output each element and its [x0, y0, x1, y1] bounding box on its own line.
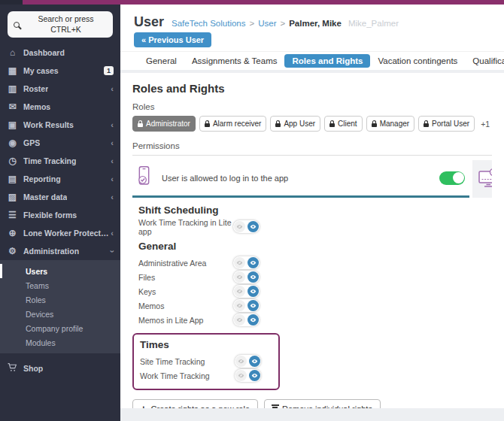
- app-login-toggle[interactable]: [439, 171, 465, 185]
- role-button-administrator[interactable]: Administrator: [132, 116, 196, 132]
- sidebar-item-label: Dashboard: [23, 48, 65, 57]
- gears-icon: ⚙: [7, 246, 18, 256]
- eye-off-icon[interactable]: [235, 370, 247, 381]
- monitor-check-icon: [478, 168, 492, 191]
- visibility-toggle[interactable]: [233, 271, 260, 283]
- role-button-client[interactable]: Client: [324, 116, 363, 132]
- breadcrumb-separator: >: [249, 19, 254, 28]
- submenu-item-devices[interactable]: Devices: [0, 307, 120, 321]
- sidebar-item-administration[interactable]: ⚙ Administration ‹: [0, 242, 120, 260]
- sidebar-item-my-cases[interactable]: ▦ My cases 1: [0, 62, 120, 80]
- permission-row-label: Memos: [138, 301, 233, 310]
- sidebar-item-work-results[interactable]: ▣ Work Results ‹: [0, 116, 120, 134]
- chevron-icon: ‹: [111, 121, 114, 129]
- eye-icon[interactable]: [249, 370, 260, 381]
- permission-row-label: Work Time Tracking in Lite app: [138, 218, 233, 236]
- section-general: General Administrative Area Files: [138, 241, 492, 327]
- breadcrumb-username-muted: Mike_Palmer: [348, 19, 399, 28]
- tab-assignments-teams[interactable]: Assignments & Teams: [184, 54, 285, 68]
- chevron-icon: ‹: [108, 250, 117, 253]
- visibility-toggle[interactable]: [235, 369, 261, 382]
- monitor-icon: ▣: [7, 120, 18, 130]
- tab-general[interactable]: General: [138, 54, 184, 68]
- submenu-item-roles[interactable]: Roles: [0, 292, 120, 307]
- lock-icon: [138, 123, 143, 127]
- eye-off-icon[interactable]: [234, 300, 245, 311]
- envelope-icon: ✉: [7, 101, 18, 112]
- permission-row-label: Keys: [138, 287, 233, 296]
- web-login-permission-card[interactable]: U: [472, 160, 492, 198]
- eye-off-icon[interactable]: [234, 221, 245, 232]
- app-login-permission-card[interactable]: User is allowed to log in to the app: [132, 160, 469, 198]
- eye-off-icon[interactable]: [234, 314, 245, 326]
- sidebar-item-label: Memos: [23, 102, 50, 111]
- eye-off-icon[interactable]: [234, 257, 245, 268]
- visibility-toggle[interactable]: [233, 256, 260, 269]
- sidebar-item-shop[interactable]: Shop: [0, 359, 120, 377]
- tab-qualifications[interactable]: Qualifications: [465, 54, 504, 68]
- breadcrumb-current: Palmer, Mike: [289, 19, 342, 28]
- sidebar-item-memos[interactable]: ✉ Memos: [0, 98, 120, 116]
- sidebar-item-label: My cases: [23, 66, 59, 75]
- role-button-label: App User: [284, 120, 315, 128]
- tab-roles-and-rights[interactable]: Roles and Rights: [284, 54, 370, 68]
- eye-off-icon[interactable]: [234, 271, 245, 283]
- create-rights-role-button[interactable]: + Create rights as a new role: [132, 399, 258, 408]
- role-button-manager[interactable]: Manager: [366, 116, 414, 132]
- sidebar-item-reporting[interactable]: ▤ Reporting ‹: [0, 170, 120, 188]
- submenu-item-teams[interactable]: Teams: [0, 278, 120, 292]
- eye-icon[interactable]: [247, 300, 259, 311]
- tab-bar: GeneralAssignments & TeamsRoles and Righ…: [120, 51, 504, 70]
- visibility-toggle[interactable]: [233, 299, 260, 312]
- home-icon: ⌂: [7, 47, 18, 58]
- eye-icon[interactable]: [247, 257, 259, 268]
- role-button-portal-user[interactable]: Portal User: [418, 116, 475, 132]
- search-input[interactable]: Search or press CTRL+K: [8, 11, 113, 38]
- visibility-toggle[interactable]: [233, 313, 260, 326]
- chevron-icon: ‹: [111, 139, 114, 147]
- chevron-icon: ‹: [111, 85, 114, 93]
- sidebar-item-gps[interactable]: ◉ GPS ‹: [0, 134, 120, 152]
- permission-row: Site Time Tracking: [140, 354, 271, 368]
- eye-icon[interactable]: [247, 314, 259, 326]
- eye-icon[interactable]: [247, 286, 259, 297]
- sidebar-item-time-tracking[interactable]: ◷ Time Tracking ‹: [0, 152, 120, 170]
- role-button-label: Alarm receiver: [213, 120, 261, 128]
- submenu-item-company-profile[interactable]: Company profile: [0, 321, 120, 335]
- role-button-label: Manager: [380, 120, 409, 128]
- sidebar-item-lone-worker-protection[interactable]: ⊕ Lone Worker Protection ‹: [0, 224, 120, 242]
- sidebar-item-master-data[interactable]: ▨ Master data ‹: [0, 188, 120, 206]
- sidebar-item-flexible-forms[interactable]: ☰ Flexible forms: [0, 206, 120, 224]
- visibility-toggle[interactable]: [233, 285, 260, 298]
- role-button-alarm-receiver[interactable]: Alarm receiver: [199, 116, 266, 132]
- eye-icon[interactable]: [247, 221, 259, 232]
- eye-off-icon[interactable]: [235, 356, 247, 367]
- submenu-item-label: Teams: [26, 281, 49, 290]
- submenu-item-label: Modules: [26, 338, 56, 347]
- eye-icon[interactable]: [247, 271, 259, 283]
- submenu-item-modules[interactable]: Modules: [0, 335, 120, 350]
- sidebar: Search or press CTRL+K ⌂ Dashboard ▦ My …: [0, 5, 120, 421]
- sidebar-item-dashboard[interactable]: ⌂ Dashboard: [0, 44, 120, 62]
- permission-row: Memos in Lite App: [138, 313, 492, 327]
- role-button-app-user[interactable]: App User: [270, 116, 320, 132]
- permission-row: Memos: [138, 298, 492, 313]
- breadcrumb-section-link[interactable]: User: [258, 19, 276, 28]
- submenu-item-label: Company profile: [26, 324, 83, 333]
- tab-vacation-contingents[interactable]: Vacation contingents: [370, 54, 465, 68]
- previous-user-button[interactable]: « Previous User: [134, 32, 211, 47]
- sidebar-item-label: Lone Worker Protection: [23, 229, 111, 238]
- permission-row: Files: [138, 270, 492, 284]
- eye-off-icon[interactable]: [234, 286, 245, 297]
- visibility-toggle[interactable]: [235, 355, 261, 368]
- eye-icon[interactable]: [249, 356, 260, 367]
- app-login-permission-text: User is allowed to log in to the app: [162, 174, 288, 183]
- sidebar-item-label: GPS: [23, 138, 40, 147]
- sidebar-item-roster[interactable]: ▥ Roster ‹: [0, 80, 120, 98]
- breadcrumb-root-link[interactable]: SafeTech Solutions: [172, 19, 245, 28]
- top-accent-bar: [0, 0, 504, 5]
- submenu-item-users[interactable]: Users: [0, 264, 120, 278]
- visibility-toggle[interactable]: [233, 220, 260, 233]
- remove-individual-rights-button[interactable]: Remove individual rights: [264, 399, 381, 408]
- sidebar-item-label: Shop: [23, 364, 43, 373]
